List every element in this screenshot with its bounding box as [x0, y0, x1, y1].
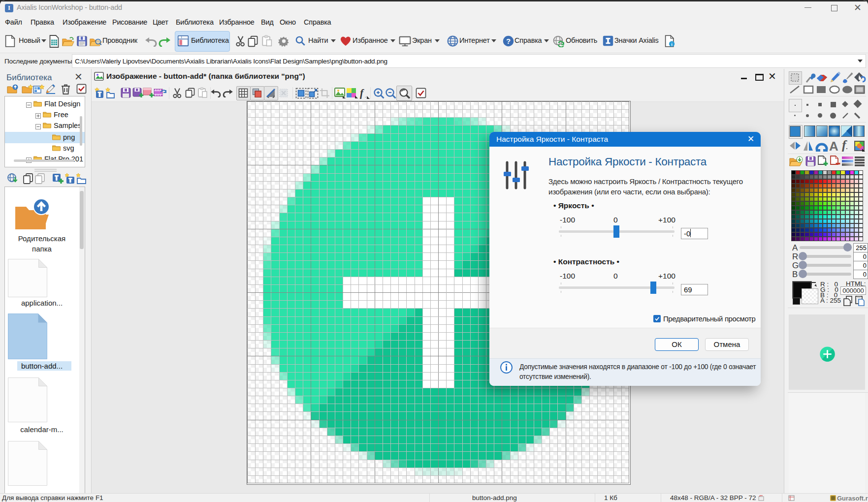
- svg-text:?: ?: [506, 37, 511, 45]
- svg-text:.: .: [365, 94, 366, 98]
- svg-text:f: f: [360, 87, 364, 99]
